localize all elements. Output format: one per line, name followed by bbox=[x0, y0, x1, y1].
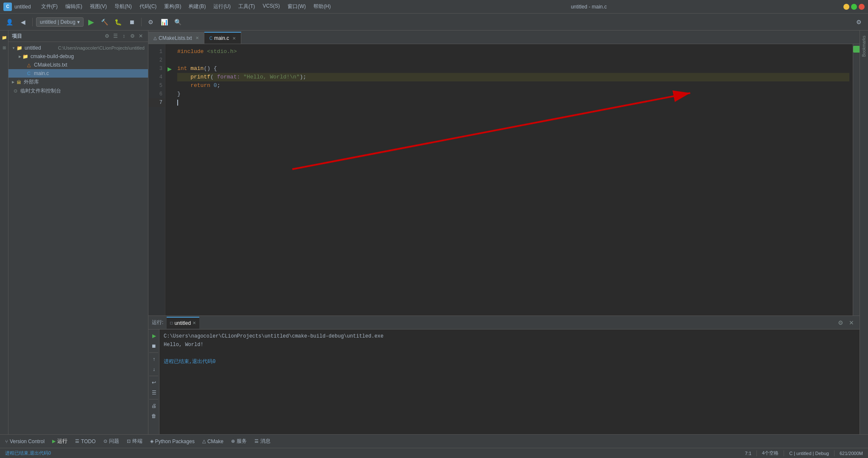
bookmarks-sidebar: Bookmarks bbox=[860, 31, 868, 434]
minimize-button[interactable] bbox=[843, 4, 849, 10]
line-num-7: 7 bbox=[148, 98, 165, 107]
clear-btn[interactable]: 🗑 bbox=[149, 411, 159, 421]
maximize-button[interactable] bbox=[851, 4, 857, 10]
menu-window[interactable]: 窗口(W) bbox=[284, 1, 309, 12]
app-name: untitled bbox=[14, 4, 31, 10]
mainc-tab-close[interactable]: ✕ bbox=[232, 36, 236, 41]
run-tab-close[interactable]: ✕ bbox=[193, 321, 196, 325]
code-content[interactable]: #include <stdio.h> int main() { printf( … bbox=[174, 44, 853, 316]
code-line-7 bbox=[177, 98, 849, 107]
toolbar-sep-1 bbox=[32, 18, 33, 26]
cmake-tab-close[interactable]: ✕ bbox=[195, 36, 199, 40]
menu-edit[interactable]: 编辑(E) bbox=[62, 1, 86, 12]
run-button[interactable]: ▶ bbox=[85, 16, 97, 28]
right-gutter bbox=[853, 44, 860, 316]
strip-services[interactable]: ⊕ 服务 bbox=[228, 436, 250, 447]
strip-problems[interactable]: ⊙ 问题 bbox=[100, 436, 123, 447]
code-line-5: return 0; bbox=[177, 81, 849, 90]
debug-button[interactable]: 🐛 bbox=[112, 16, 124, 28]
run-config-btn[interactable]: ⚙ bbox=[145, 16, 157, 28]
menu-file[interactable]: 文件(F) bbox=[38, 1, 61, 12]
menu-view[interactable]: 视图(V) bbox=[87, 1, 110, 12]
status-memory[interactable]: 621/2000M bbox=[838, 451, 865, 456]
temp-files-label: 临时文件和控制台 bbox=[20, 87, 145, 95]
bookmarks-label[interactable]: Bookmarks bbox=[862, 36, 866, 57]
scroll-top-btn[interactable]: ↑ bbox=[149, 355, 159, 364]
config-label: C | untitled | Debug bbox=[789, 451, 829, 456]
panel-layout-btn[interactable]: ↕ bbox=[120, 32, 128, 40]
menu-refactor[interactable]: 重构(B) bbox=[161, 1, 184, 12]
code-line-3: int main() { bbox=[177, 64, 849, 73]
back-btn[interactable]: ◀ bbox=[17, 16, 29, 28]
wrap-btn[interactable]: ↩ bbox=[149, 378, 159, 387]
stop-run-btn[interactable]: ⏹ bbox=[149, 341, 159, 351]
mainc-tab-label: main.c bbox=[214, 35, 229, 41]
strip-version-control[interactable]: ⑂ Version Control bbox=[2, 437, 48, 446]
code-editor[interactable]: 1 2 3 4 5 6 7 ▶ #include bbox=[148, 44, 860, 316]
menu-vcs[interactable]: VCS(S) bbox=[259, 1, 283, 12]
menu-code[interactable]: 代码(C) bbox=[136, 1, 160, 12]
panel-settings-btn[interactable]: ⚙ bbox=[128, 32, 136, 40]
build-button[interactable]: 🔨 bbox=[99, 16, 111, 28]
tree-external-libs[interactable]: ▶ 🏛 外部库 bbox=[8, 78, 148, 87]
run-again-btn[interactable]: ▶ bbox=[149, 331, 159, 341]
terminal-icon: ⊡ bbox=[127, 438, 131, 444]
strip-cmake[interactable]: △ CMake bbox=[199, 437, 227, 446]
status-cursor[interactable]: 7:1 bbox=[743, 451, 753, 456]
tree-mainc[interactable]: C main.c bbox=[8, 69, 148, 78]
print-btn[interactable]: 🖨 bbox=[149, 401, 159, 411]
tree-cmake-build[interactable]: ▶ 📁 cmake-build-debug bbox=[8, 52, 148, 61]
panel-config-btn[interactable]: ⚙ bbox=[103, 32, 111, 40]
cmake-build-folder-icon: 📁 bbox=[22, 53, 29, 60]
panel-close-btn[interactable]: ✕ bbox=[137, 32, 145, 40]
strip-run[interactable]: ▶ 运行 bbox=[49, 436, 71, 447]
tree-temp-files[interactable]: ⊙ 临时文件和控制台 bbox=[8, 87, 148, 95]
menu-run[interactable]: 运行(U) bbox=[210, 1, 234, 12]
app-icon: C bbox=[3, 3, 12, 11]
menu-help[interactable]: 帮助(H) bbox=[310, 1, 334, 12]
strip-python-packages-label: Python Packages bbox=[155, 438, 195, 444]
scroll-bottom-btn[interactable]: ↓ bbox=[149, 365, 159, 374]
line-num-1: 1 bbox=[148, 47, 165, 56]
titlebar: C untitled 文件(F) 编辑(E) 视图(V) 导航(N) 代码(C)… bbox=[0, 0, 868, 14]
close-button[interactable] bbox=[859, 4, 865, 10]
line-num-6: 6 bbox=[148, 90, 165, 98]
status-exit-item[interactable]: 进程已结束,退出代码0 bbox=[3, 450, 53, 456]
config-selector[interactable]: untitled | Debug ▾ bbox=[36, 17, 84, 27]
status-config[interactable]: C | untitled | Debug bbox=[787, 451, 831, 456]
structure-icon[interactable]: ⊞ bbox=[0, 43, 8, 52]
window-controls bbox=[843, 4, 865, 10]
tree-cmakelists[interactable]: △ CMakeLists.txt bbox=[8, 61, 148, 69]
tab-mainc[interactable]: C main.c ✕ bbox=[204, 32, 242, 44]
tree-root[interactable]: ▼ 📁 untitled C:\Users\nagocoler\CLionPro… bbox=[8, 44, 148, 52]
strip-terminal[interactable]: ⊡ 终端 bbox=[123, 436, 146, 447]
user-btn[interactable]: 👤 bbox=[3, 16, 15, 28]
menu-build[interactable]: 构建(B) bbox=[185, 1, 209, 12]
panel-filter-btn[interactable]: ☰ bbox=[112, 32, 119, 40]
ext-libs-label: 外部库 bbox=[24, 78, 145, 86]
menu-navigate[interactable]: 导航(N) bbox=[111, 1, 135, 12]
run-tab-untitled[interactable]: □ untitled ✕ bbox=[167, 317, 199, 329]
status-indent[interactable]: 4个空格 bbox=[760, 450, 780, 456]
project-panel-title: 项目 bbox=[12, 33, 101, 40]
left-icon-strip: 📁 ⊞ bbox=[0, 31, 8, 434]
stop-button[interactable]: ⏹ bbox=[126, 16, 138, 28]
cmakelists-label: CMakeLists.txt bbox=[34, 62, 145, 68]
strip-todo[interactable]: ☰ TODO bbox=[72, 437, 99, 446]
settings-btn[interactable]: ⚙ bbox=[853, 16, 865, 28]
project-icon[interactable]: 📁 bbox=[0, 33, 8, 42]
coverage-btn[interactable]: 📊 bbox=[159, 16, 170, 28]
line-num-4: 4 bbox=[148, 73, 165, 81]
strip-problems-label: 问题 bbox=[109, 438, 119, 445]
filter-btn[interactable]: ☰ bbox=[149, 388, 159, 397]
tab-cmakelists[interactable]: △ CMakeLists.txt ✕ bbox=[148, 32, 204, 44]
project-tree: ▼ 📁 untitled C:\Users\nagocoler\CLionPro… bbox=[8, 42, 148, 434]
cmake-build-label: cmake-build-debug bbox=[31, 53, 145, 59]
run-settings-btn[interactable]: ⚙ bbox=[836, 318, 845, 327]
strip-python-packages[interactable]: ◈ Python Packages bbox=[147, 437, 198, 446]
run-panel-close-btn[interactable]: ✕ bbox=[847, 318, 856, 327]
code-line-1: #include <stdio.h> bbox=[177, 47, 849, 56]
strip-messages[interactable]: ☰ 消息 bbox=[251, 436, 274, 447]
search-btn[interactable]: 🔍 bbox=[172, 16, 184, 28]
menu-tools[interactable]: 工具(T) bbox=[235, 1, 258, 12]
